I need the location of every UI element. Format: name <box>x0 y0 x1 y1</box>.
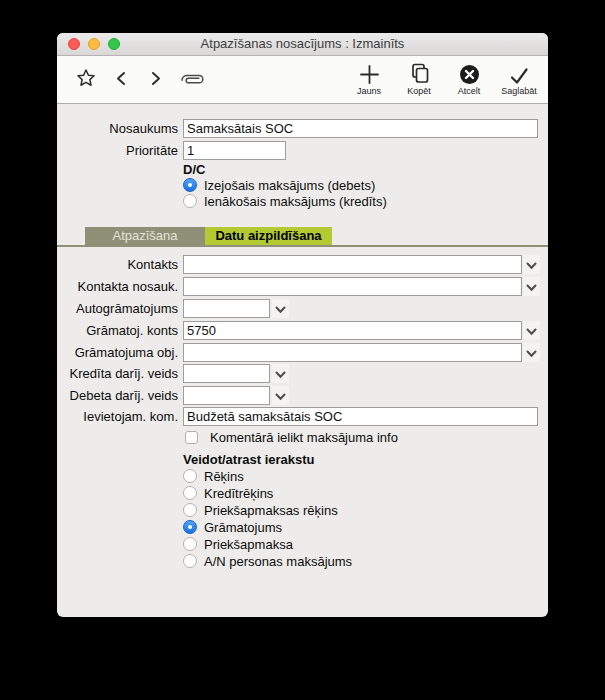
debeta-darij-veids-input[interactable] <box>183 386 270 405</box>
chevron-down-icon <box>526 344 537 362</box>
radio-an-personas-maksajums[interactable]: A/N personas maksājums <box>183 553 352 569</box>
radio-label: A/N personas maksājums <box>204 554 352 569</box>
save-button-label: Saglabāt <box>501 86 537 96</box>
kredita-darij-veids-input[interactable] <box>183 364 270 383</box>
field-label: Kredīta darīj. veids <box>57 366 178 381</box>
field-label: Grāmatoj. konts <box>57 323 178 338</box>
field-label: Nosaukums <box>57 121 178 136</box>
cancel-button-label: Atcelt <box>458 86 481 96</box>
kontakts-input[interactable] <box>183 255 522 274</box>
kontakta-nosauk-input[interactable] <box>183 277 522 296</box>
chevron-right-icon <box>149 71 163 86</box>
radio-label: Priekšapmaksas rēķins <box>204 503 338 518</box>
ievietojam-kom-input[interactable] <box>183 407 538 426</box>
copy-icon <box>408 62 430 85</box>
star-icon <box>75 67 97 89</box>
forward-button[interactable] <box>149 71 163 86</box>
field-label: Kontakts <box>57 257 178 272</box>
tab-datu-aizpildisana[interactable]: Datu aizpildīšana <box>205 227 332 245</box>
autogramatojums-dropdown-button[interactable] <box>272 299 289 318</box>
title-bar: Atpazīšanas nosacījums : Izmainīts <box>57 33 548 56</box>
radio-icon <box>183 520 197 534</box>
copy-button[interactable]: Kopēt <box>394 62 444 96</box>
checkbox-label: Komentārā ielikt maksājuma info <box>210 430 398 445</box>
chevron-down-icon <box>526 278 537 296</box>
kontakta-nosauk-dropdown-button[interactable] <box>523 277 540 296</box>
chevron-down-icon <box>275 300 286 318</box>
favorite-button[interactable] <box>75 67 97 89</box>
radio-label: Grāmatojums <box>204 520 282 535</box>
new-button-label: Jauns <box>357 86 381 96</box>
gramatojuma-obj-dropdown-button[interactable] <box>523 343 540 362</box>
cancel-icon <box>459 62 480 85</box>
traffic-lights <box>68 38 120 50</box>
kontakts-dropdown-button[interactable] <box>523 255 540 274</box>
field-label: Debeta darīj. veids <box>57 388 178 403</box>
komentara-info-checkbox[interactable]: Komentārā ielikt maksājuma info <box>185 430 398 445</box>
radio-icon <box>183 486 197 500</box>
new-button[interactable]: Jauns <box>344 62 394 96</box>
chevron-down-icon <box>526 256 537 274</box>
radio-label: Ienākošais maksājums (kredīts) <box>204 194 387 209</box>
gramatoj-konts-dropdown-button[interactable] <box>523 321 540 340</box>
toolbar-actions: Jauns Kopēt Atcelt Saglabāt <box>344 62 544 96</box>
field-label: Kontakta nosauk. <box>57 279 178 294</box>
attachments-button[interactable] <box>179 73 207 87</box>
zoom-window-button[interactable] <box>108 38 120 50</box>
toolbar: Jauns Kopēt Atcelt Saglabāt <box>57 56 548 104</box>
checkbox-icon <box>185 431 198 444</box>
chevron-down-icon <box>275 387 286 405</box>
field-label: Prioritāte <box>57 143 178 158</box>
radio-icon <box>183 554 197 568</box>
radio-icon <box>183 537 197 551</box>
radio-gramatojums[interactable]: Grāmatojums <box>183 519 282 535</box>
cancel-button[interactable]: Atcelt <box>444 62 494 96</box>
radio-label: Izejošais maksājums (debets) <box>204 178 375 193</box>
gramatojuma-obj-input[interactable] <box>183 343 522 362</box>
prioritate-input[interactable] <box>183 141 286 160</box>
chevron-left-icon <box>114 71 128 86</box>
chevron-down-icon <box>526 322 537 340</box>
field-label: Grāmatojuma obj. <box>57 345 178 360</box>
radio-label: Kredītrēķins <box>204 486 273 501</box>
paperclip-icon <box>179 73 207 87</box>
radio-kreditrekins[interactable]: Kredītrēķins <box>183 485 273 501</box>
copy-button-label: Kopēt <box>407 86 431 96</box>
radio-icon <box>183 503 197 517</box>
save-button[interactable]: Saglabāt <box>494 62 544 96</box>
autogramatojums-input[interactable] <box>183 299 270 318</box>
radio-icon <box>183 178 197 192</box>
radio-rekins[interactable]: Rēķins <box>183 468 244 484</box>
tab-separator <box>57 245 548 247</box>
field-label: Ievietojam. kom. <box>57 409 178 424</box>
chevron-down-icon <box>275 365 286 383</box>
app-window: Atpazīšanas nosacījums : Izmainīts <box>57 33 548 617</box>
dc-group-label: D/C <box>183 162 205 177</box>
create-group-label: Veidot/atrast ierakstu <box>183 452 315 467</box>
radio-izejosais-maksajums[interactable]: Izejošais maksājums (debets) <box>183 177 375 193</box>
tab-atpazisana[interactable]: Atpazīšana <box>85 227 205 245</box>
gramatoj-konts-input[interactable] <box>183 321 522 340</box>
close-window-button[interactable] <box>68 38 80 50</box>
radio-prieksapmaksas-rekins[interactable]: Priekšapmaksas rēķins <box>183 502 338 518</box>
debeta-darij-veids-dropdown-button[interactable] <box>272 386 289 405</box>
minimize-window-button[interactable] <box>88 38 100 50</box>
radio-label: Priekšapmaksa <box>204 537 293 552</box>
field-label: Autogrāmatojums <box>57 301 178 316</box>
radio-icon <box>183 194 197 208</box>
plus-icon <box>359 62 380 85</box>
nosaukums-input[interactable] <box>183 119 538 138</box>
window-title: Atpazīšanas nosacījums : Izmainīts <box>57 33 548 55</box>
radio-ienakosais-maksajums[interactable]: Ienākošais maksājums (kredīts) <box>183 193 387 209</box>
back-button[interactable] <box>114 71 128 86</box>
check-icon <box>509 62 529 85</box>
radio-prieksapmaksa[interactable]: Priekšapmaksa <box>183 536 293 552</box>
radio-label: Rēķins <box>204 469 244 484</box>
radio-icon <box>183 469 197 483</box>
kredita-darij-veids-dropdown-button[interactable] <box>272 364 289 383</box>
